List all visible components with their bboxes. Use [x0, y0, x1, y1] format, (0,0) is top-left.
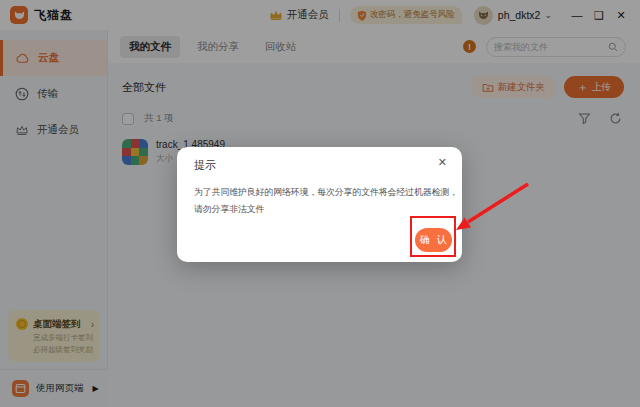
app-window: 飞猫盘 开通会员 改密码，避免盗号风险	[0, 0, 640, 407]
modal-body-line2: 请勿分享非法文件	[194, 201, 458, 218]
modal-close-icon[interactable]: ✕	[438, 156, 447, 169]
confirm-button[interactable]: 确 认	[415, 228, 452, 252]
modal-title: 提示	[194, 158, 216, 173]
notice-modal: 提示 ✕ 为了共同维护良好的网络环境，每次分享的文件将会经过机器检测， 请勿分享…	[177, 147, 462, 262]
modal-body: 为了共同维护良好的网络环境，每次分享的文件将会经过机器检测， 请勿分享非法文件	[194, 184, 458, 218]
modal-body-line1: 为了共同维护良好的网络环境，每次分享的文件将会经过机器检测，	[194, 184, 458, 201]
